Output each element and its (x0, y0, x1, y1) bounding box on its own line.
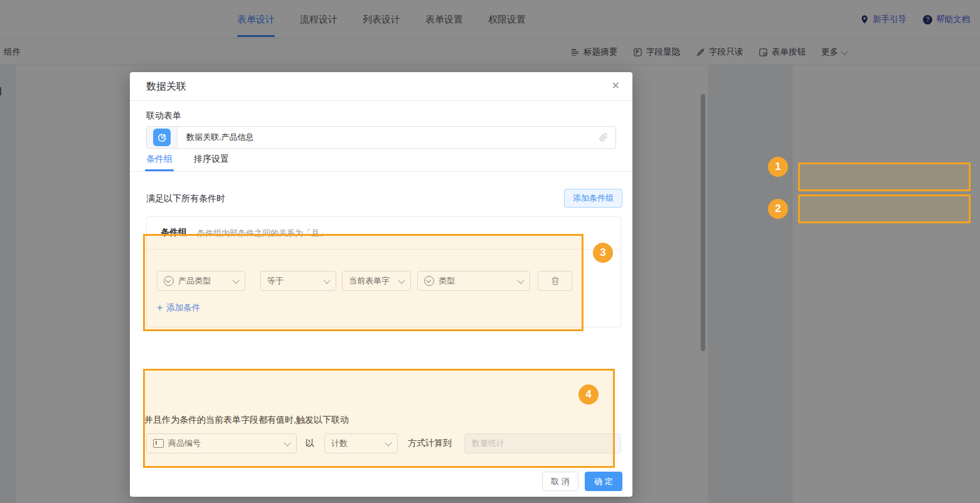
highlight-box-2 (798, 194, 971, 223)
tab-condition-group[interactable]: 条件组 (146, 154, 173, 171)
highlight-box-1 (798, 162, 971, 191)
modal-tabs: 条件组 排序设置 (146, 154, 229, 171)
condition-intro-text: 满足以下所有条件时 (146, 193, 225, 204)
annotation-step-4: 4 (578, 384, 599, 405)
annotation-step-3: 3 (593, 243, 613, 263)
form-icon-tile (147, 127, 178, 148)
close-icon[interactable]: ✕ (612, 80, 620, 92)
linked-form-label: 联动表单 (146, 110, 181, 122)
pie-chart-icon (153, 129, 171, 146)
tabs-divider (130, 171, 632, 172)
annotation-step-1: 1 (768, 157, 788, 177)
tab-sort-settings[interactable]: 排序设置 (194, 154, 229, 171)
highlight-box-3 (143, 234, 583, 331)
linked-form-select[interactable]: 数据关联.产品信息 (146, 126, 616, 149)
add-condition-group-button[interactable]: 添加条件组 (564, 189, 622, 208)
linked-form-value: 数据关联.产品信息 (178, 132, 599, 143)
highlight-box-4 (143, 369, 615, 468)
confirm-button[interactable]: 确 定 (585, 472, 622, 491)
cancel-button[interactable]: 取 消 (542, 472, 578, 491)
paperclip-icon (599, 133, 615, 142)
modal-header: 数据关联 ✕ (130, 72, 632, 101)
annotation-step-2: 2 (768, 199, 788, 219)
modal-title: 数据关联 (146, 80, 186, 93)
